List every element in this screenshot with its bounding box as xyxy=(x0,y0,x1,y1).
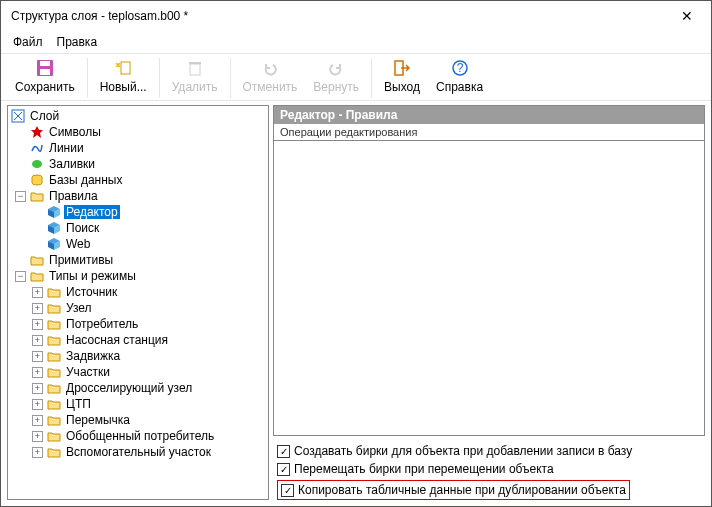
expand-icon[interactable]: + xyxy=(32,447,43,458)
tree-ctp[interactable]: +ЦТП xyxy=(10,396,266,412)
exit-icon xyxy=(393,58,411,78)
tree-gen-consumer[interactable]: +Обобщенный потребитель xyxy=(10,428,266,444)
help-button[interactable]: ? Справка xyxy=(428,56,491,96)
delete-icon xyxy=(186,58,204,78)
tree-consumer[interactable]: +Потребитель xyxy=(10,316,266,332)
folder-icon xyxy=(46,428,62,444)
expand-icon[interactable]: + xyxy=(32,351,43,362)
exit-button[interactable]: Выход xyxy=(376,56,428,96)
folder-icon xyxy=(29,252,45,268)
database-icon xyxy=(29,172,45,188)
folder-icon xyxy=(46,396,62,412)
save-button[interactable]: Сохранить xyxy=(7,56,83,96)
folder-icon xyxy=(46,380,62,396)
tree-node[interactable]: +Узел xyxy=(10,300,266,316)
expand-icon[interactable]: + xyxy=(32,319,43,330)
folder-icon xyxy=(46,412,62,428)
expand-icon[interactable]: + xyxy=(32,367,43,378)
folder-icon xyxy=(46,316,62,332)
redo-icon xyxy=(327,58,345,78)
menu-edit[interactable]: Правка xyxy=(57,35,98,49)
tree-pump[interactable]: +Насосная станция xyxy=(10,332,266,348)
tree-throttle[interactable]: +Дросселирующий узел xyxy=(10,380,266,396)
tree-rules[interactable]: −Правила xyxy=(10,188,266,204)
tree-databases[interactable]: Базы данных xyxy=(10,172,266,188)
titlebar: Структура слоя - teplosam.b00 * ✕ xyxy=(1,1,711,31)
folder-icon xyxy=(46,284,62,300)
tree[interactable]: Слой Символы Линии Заливки Базы данных −… xyxy=(8,106,268,499)
close-icon[interactable]: ✕ xyxy=(671,4,703,28)
tree-aux[interactable]: +Вспомогательный участок xyxy=(10,444,266,460)
menubar: Файл Правка xyxy=(1,31,711,53)
expand-icon[interactable]: + xyxy=(32,287,43,298)
svg-rect-2 xyxy=(40,61,50,66)
tree-fills[interactable]: Заливки xyxy=(10,156,266,172)
tree-types[interactable]: −Типы и режимы xyxy=(10,268,266,284)
tree-web[interactable]: Web xyxy=(10,236,266,252)
cube-icon xyxy=(46,204,62,220)
fill-icon xyxy=(29,156,45,172)
delete-button: Удалить xyxy=(164,56,226,96)
redo-button: Вернуть xyxy=(305,56,367,96)
layer-icon xyxy=(10,108,26,124)
svg-text:?: ? xyxy=(456,61,463,75)
svg-rect-3 xyxy=(121,62,130,74)
expand-icon[interactable]: + xyxy=(32,383,43,394)
folder-icon xyxy=(46,332,62,348)
tree-lines[interactable]: Линии xyxy=(10,140,266,156)
tree-src[interactable]: +Источник xyxy=(10,284,266,300)
tree-primitives[interactable]: Примитивы xyxy=(10,252,266,268)
folder-open-icon xyxy=(29,268,45,284)
tree-symbols[interactable]: Символы xyxy=(10,124,266,140)
checkbox-icon: ✓ xyxy=(277,463,290,476)
cube-icon xyxy=(46,236,62,252)
expand-icon[interactable]: + xyxy=(32,399,43,410)
svg-point-10 xyxy=(32,160,42,168)
tree-valve[interactable]: +Задвижка xyxy=(10,348,266,364)
checkbox-icon: ✓ xyxy=(277,445,290,458)
checkbox-icon: ✓ xyxy=(281,484,294,497)
section-operations: Операции редактирования xyxy=(274,124,704,141)
svg-rect-5 xyxy=(189,62,201,64)
cube-icon xyxy=(46,220,62,236)
folder-open-icon xyxy=(29,188,45,204)
star-icon xyxy=(29,124,45,140)
svg-rect-1 xyxy=(40,69,50,75)
tree-root[interactable]: Слой xyxy=(10,108,266,124)
editor-panel: Редактор - Правила Операции редактирован… xyxy=(273,105,705,500)
tree-jumper[interactable]: +Перемычка xyxy=(10,412,266,428)
folder-icon xyxy=(46,300,62,316)
expand-icon[interactable]: + xyxy=(32,431,43,442)
checkbox-create-tags[interactable]: ✓ Создавать бирки для объекта при добавл… xyxy=(277,444,701,458)
undo-button: Отменить xyxy=(235,56,306,96)
checkbox-copy-data[interactable]: ✓ Копировать табличные данные при дублир… xyxy=(281,483,626,497)
panel-header: Редактор - Правила xyxy=(274,106,704,124)
tree-search[interactable]: Поиск xyxy=(10,220,266,236)
tree-editor[interactable]: Редактор xyxy=(10,204,266,220)
undo-icon xyxy=(261,58,279,78)
toolbar: Сохранить Новый... Удалить Отменить Верн… xyxy=(1,53,711,101)
highlighted-option: ✓ Копировать табличные данные при дублир… xyxy=(277,480,630,500)
menu-file[interactable]: Файл xyxy=(13,35,43,49)
svg-rect-4 xyxy=(190,64,200,75)
folder-icon xyxy=(46,364,62,380)
checkbox-move-tags[interactable]: ✓ Перемещать бирки при перемещении объек… xyxy=(277,462,701,476)
folder-icon xyxy=(46,348,62,364)
expand-icon[interactable]: + xyxy=(32,303,43,314)
help-icon: ? xyxy=(451,58,469,78)
tree-sections[interactable]: +Участки xyxy=(10,364,266,380)
tree-panel: Слой Символы Линии Заливки Базы данных −… xyxy=(7,105,269,500)
expand-icon[interactable]: + xyxy=(32,415,43,426)
line-icon xyxy=(29,140,45,156)
folder-icon xyxy=(46,444,62,460)
collapse-icon[interactable]: − xyxy=(15,271,26,282)
expand-icon[interactable]: + xyxy=(32,335,43,346)
window-title: Структура слоя - teplosam.b00 * xyxy=(11,9,671,23)
new-icon xyxy=(114,58,132,78)
collapse-icon[interactable]: − xyxy=(15,191,26,202)
new-button[interactable]: Новый... xyxy=(92,56,155,96)
save-icon xyxy=(36,58,54,78)
